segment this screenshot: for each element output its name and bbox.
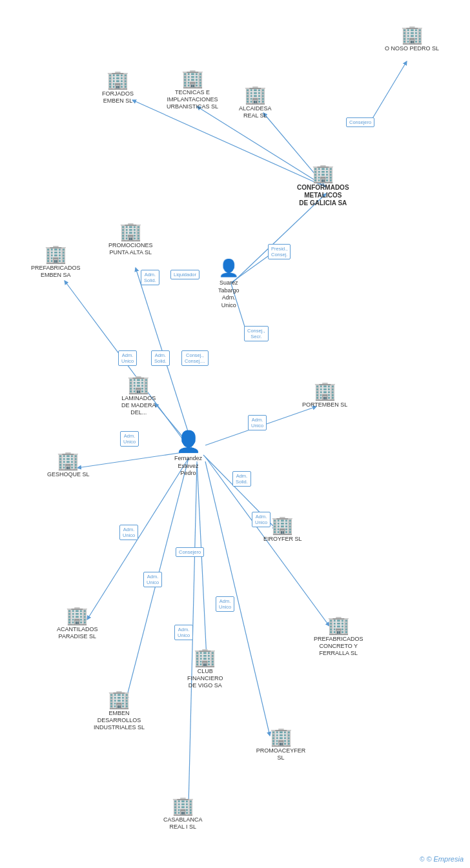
label-pref-emben: PREFABRICADOSEMBEN SA: [31, 265, 81, 279]
role-adm-unico-laminados[interactable]: Adm.Unico: [120, 431, 139, 447]
node-casablanca: 🏢 CASABLANCAREAL I SL: [163, 797, 203, 831]
building-icon-forjados: 🏢: [107, 71, 129, 89]
building-icon-conformados: 🏢: [312, 165, 334, 183]
label-portemben: PORTEMBEN SL: [302, 401, 347, 409]
node-portemben: 🏢 PORTEMBEN SL: [302, 382, 347, 409]
watermark: © © Empresia: [420, 855, 464, 863]
label-acantilados: ACANTILADOSPARADISE SL: [57, 626, 98, 640]
role-adm-unico-club[interactable]: Adm.Unico: [216, 596, 234, 612]
svg-line-7: [77, 452, 187, 468]
role-adm-unico-top[interactable]: Adm.Unico: [118, 350, 137, 366]
building-icon-promociones: 🏢: [119, 223, 142, 241]
node-laminados: 🏢 LAMINADOSDE MADERADEL...: [121, 376, 156, 416]
label-forjados: FORJADOSEMBEN SL: [102, 90, 134, 105]
label-emben-d: EMBENDESARROLLOSINDUSTRIALES SL: [94, 710, 145, 731]
node-prefabricados-concreto: 🏢 PREFABRICADOSCONCRETO YFERRALLA SL: [314, 616, 363, 656]
person-icon-fernandez: 👤: [176, 429, 201, 454]
building-icon-acantilados: 🏢: [66, 607, 88, 625]
role-adm-unico-eiroyfer[interactable]: Adm.Unico: [252, 512, 271, 527]
label-casablanca: CASABLANCAREAL I SL: [163, 816, 203, 831]
role-adm-solid-1[interactable]: Adm.Solid.: [141, 270, 159, 285]
watermark-brand: © Empresia: [426, 855, 464, 863]
building-icon-casablanca: 🏢: [172, 797, 194, 815]
watermark-copy: ©: [420, 856, 424, 863]
building-icon-club: 🏢: [194, 649, 216, 667]
building-icon-o-noso: 🏢: [401, 26, 424, 44]
role-consej-consej[interactable]: Consej.,Consej....: [181, 350, 209, 366]
node-forjados: 🏢 FORJADOSEMBEN SL: [102, 71, 134, 105]
role-adm-unico-portemben[interactable]: Adm.Unico: [248, 415, 267, 430]
label-tecnicas: TECNICAS EIMPLANTACIONESURBANISTICAS SL: [167, 89, 218, 110]
role-consejero-o-noso[interactable]: Consejero: [346, 117, 374, 127]
building-icon-portemben: 🏢: [314, 382, 336, 400]
node-promociones: 🏢 PROMOCIONESPUNTA ALTA SL: [108, 223, 153, 256]
building-icon-promoaceyfer: 🏢: [270, 728, 292, 746]
node-o-noso-pedro: 🏢 O NOSO PEDRO SL: [385, 26, 439, 52]
label-promociones: PROMOCIONESPUNTA ALTA SL: [108, 242, 153, 256]
role-adm-solid-eiroyfer[interactable]: Adm.Solid.: [232, 471, 251, 487]
node-acantilados: 🏢 ACANTILADOSPARADISE SL: [57, 607, 98, 640]
node-fernandez: 👤 FernandezEstevezPedro: [174, 429, 202, 478]
label-suarez: SuarezTabargoAdm.Unico: [218, 279, 240, 310]
node-conformados: 🏢 CONFORMADOSMETALICOSDE GALICIA SA: [297, 165, 349, 207]
network-graph: 🏢 O NOSO PEDRO SL 🏢 FORJADOSEMBEN SL 🏢 T…: [0, 0, 470, 868]
node-club-financiero: 🏢 CLUBFINANCIERODE VIGO SA: [187, 649, 223, 689]
svg-line-14: [205, 461, 270, 736]
building-icon-pref-emben: 🏢: [45, 245, 67, 263]
building-icon-laminados: 🏢: [127, 376, 150, 394]
label-fernandez: FernandezEstevezPedro: [174, 455, 202, 478]
role-adm-solid-2[interactable]: Adm.Solid.: [151, 350, 170, 366]
svg-line-12: [197, 461, 207, 658]
connection-lines: [0, 0, 470, 868]
svg-line-3: [368, 61, 407, 126]
building-icon-eiroyfer: 🏢: [271, 516, 294, 534]
label-alcaidesa: ALCAIDESAREAL SL: [239, 105, 272, 119]
building-icon-tecnicas: 🏢: [181, 70, 204, 88]
role-consejero-club[interactable]: Consejero: [176, 547, 204, 557]
node-emben-desarrollos: 🏢 EMBENDESARROLLOSINDUSTRIALES SL: [94, 691, 145, 731]
label-laminados: LAMINADOSDE MADERADEL...: [121, 395, 156, 416]
label-club: CLUBFINANCIERODE VIGO SA: [187, 668, 223, 689]
label-eiroyfer: EIROYFER SL: [263, 536, 302, 543]
node-geshoque: 🏢 GESHOQUE SL: [47, 452, 90, 478]
label-o-noso: O NOSO PEDRO SL: [385, 45, 439, 52]
svg-line-16: [231, 194, 326, 284]
building-icon-emben-d: 🏢: [108, 691, 130, 709]
label-geshoque: GESHOQUE SL: [47, 471, 90, 478]
role-adm-unico-promo[interactable]: Adm.Unico: [174, 625, 193, 640]
role-liquidador[interactable]: Liquidador: [170, 270, 199, 279]
label-conformados: CONFORMADOSMETALICOSDE GALICIA SA: [297, 184, 349, 207]
node-suarez: 👤 SuarezTabargoAdm.Unico: [218, 258, 240, 310]
node-tecnicas: 🏢 TECNICAS EIMPLANTACIONESURBANISTICAS S…: [167, 70, 218, 110]
building-icon-pref-concreto: 🏢: [327, 616, 350, 634]
label-pref-concreto: PREFABRICADOSCONCRETO YFERRALLA SL: [314, 636, 363, 656]
role-presid-consej[interactable]: Presid.,Consej.: [268, 244, 291, 259]
role-consej-secr[interactable]: Consej.,Secr.: [244, 326, 269, 341]
role-adm-unico-emben-d[interactable]: Adm.Unico: [143, 572, 162, 587]
node-alcaidesa: 🏢 ALCAIDESAREAL SL: [239, 86, 272, 119]
label-promoaceyfer: PROMOACEYFER SL: [252, 747, 310, 762]
node-prefabricados-emben: 🏢 PREFABRICADOSEMBEN SA: [31, 245, 81, 279]
role-adm-unico-acant-left[interactable]: Adm.Unico: [119, 525, 138, 540]
building-icon-geshoque: 🏢: [57, 452, 79, 470]
node-promoaceyfer: 🏢 PROMOACEYFER SL: [252, 728, 310, 762]
building-icon-alcaidesa: 🏢: [244, 86, 267, 104]
person-icon-suarez: 👤: [218, 258, 239, 278]
